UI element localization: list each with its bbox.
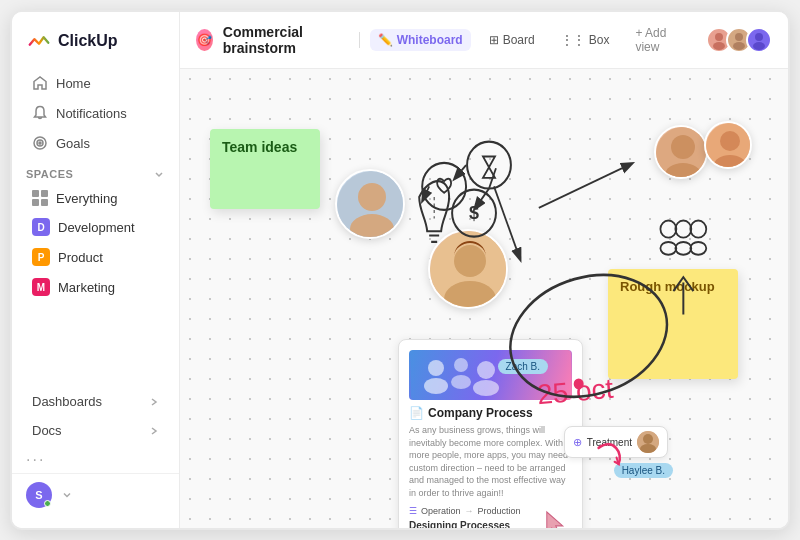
svg-point-35 (660, 221, 676, 238)
space-development-label: Development (58, 220, 135, 235)
svg-point-27 (473, 380, 499, 396)
doc-title: Company Process (428, 406, 533, 420)
chevron-right-icon2 (149, 426, 159, 436)
space-product-label: Product (58, 250, 103, 265)
haylee-avatar (637, 431, 659, 453)
nav-dashboards[interactable]: Dashboards (18, 387, 173, 416)
doc-subtitle: Designing Processes (409, 520, 572, 528)
marketing-dot: M (32, 278, 50, 296)
svg-point-23 (424, 378, 448, 394)
svg-point-6 (733, 42, 745, 50)
spaces-label: Spaces (26, 168, 73, 180)
docs-label: Docs (32, 423, 62, 438)
nav-goals[interactable]: Goals (18, 128, 173, 158)
zach-badge: Zach B. (498, 359, 548, 374)
tab-whiteboard[interactable]: ✏️ Whiteboard (370, 29, 471, 51)
space-marketing[interactable]: M Marketing (18, 272, 173, 302)
svg-point-7 (755, 33, 763, 41)
avatar-wrapper: S (26, 482, 52, 508)
svg-point-13 (720, 131, 740, 151)
tab-board[interactable]: ⊞ Board (481, 29, 543, 51)
app-name: ClickUp (58, 32, 118, 50)
grid-icon (32, 190, 48, 206)
treatment-label: Treatment (587, 437, 632, 448)
box-icon: ⋮⋮ (561, 33, 585, 47)
more-options[interactable]: ··· (18, 445, 173, 469)
main-header: 🎯 Commercial brainstorm ✏️ Whiteboard ⊞ … (180, 12, 788, 69)
doc-card[interactable]: 📄 Company Process As any business grows,… (398, 339, 583, 528)
svg-point-38 (660, 242, 676, 255)
person-photo-2 (704, 121, 752, 169)
date-annotation: 25 oct (535, 373, 614, 412)
chevron-down-icon2 (60, 488, 74, 502)
tab-box[interactable]: ⋮⋮ Box (553, 29, 618, 51)
treatment-badge[interactable]: ⊕ Treatment (564, 426, 668, 458)
space-everything[interactable]: Everything (18, 184, 173, 212)
whiteboard-canvas[interactable]: Team ideas Rough mockup (180, 69, 788, 528)
board-label: Board (503, 33, 535, 47)
nav-notifications-label: Notifications (56, 106, 127, 121)
avatar-3 (746, 27, 772, 53)
svg-point-5 (735, 33, 743, 41)
bell-icon (32, 105, 48, 121)
online-status-dot (44, 500, 51, 507)
board-icon: ⊞ (489, 33, 499, 47)
date-text: 25 oct (535, 373, 614, 411)
haylee-label: Haylee B. (622, 465, 665, 476)
space-everything-label: Everything (56, 191, 117, 206)
svg-point-40 (690, 242, 706, 255)
space-marketing-label: Marketing (58, 280, 115, 295)
svg-point-19 (358, 183, 386, 211)
box-label: Box (589, 33, 610, 47)
page-title: Commercial brainstorm (223, 24, 343, 56)
svg-point-10 (671, 135, 695, 159)
doc-card-row: ☰ Operation → Production (409, 506, 572, 516)
sticky-note-rough-mockup[interactable]: Rough mockup (608, 269, 738, 379)
nav-notifications[interactable]: Notifications (18, 98, 173, 128)
space-development[interactable]: D Development (18, 212, 173, 242)
user-area[interactable]: S (12, 473, 179, 516)
whiteboard-label: Whiteboard (397, 33, 463, 47)
svg-point-29 (643, 434, 653, 444)
person-photo-1 (654, 125, 708, 179)
person-photo-4 (335, 169, 405, 239)
target-icon (32, 135, 48, 151)
doc-card-text: As any business grows, things will inevi… (409, 424, 572, 500)
app-container: ClickUp Home Notifications Goals (10, 10, 790, 530)
sidebar: ClickUp Home Notifications Goals (12, 12, 180, 528)
haylee-badge: Haylee B. (614, 463, 673, 478)
svg-point-36 (675, 221, 691, 238)
svg-point-25 (451, 375, 471, 389)
rough-mockup-text: Rough mockup (620, 279, 715, 294)
dev-dot: D (32, 218, 50, 236)
svg-point-2 (39, 142, 41, 144)
avatar-group (706, 27, 772, 53)
svg-point-39 (675, 242, 691, 255)
svg-point-22 (428, 360, 444, 376)
add-view-label: + Add view (635, 26, 680, 54)
logo-area: ClickUp (12, 24, 179, 68)
sidebar-bottom: Dashboards Docs ··· (12, 387, 179, 469)
nav-goals-label: Goals (56, 136, 90, 151)
svg-point-32 (467, 142, 511, 189)
dashboards-label: Dashboards (32, 394, 102, 409)
svg-point-16 (454, 245, 486, 277)
svg-point-37 (690, 221, 706, 238)
clickup-logo-icon (26, 28, 52, 54)
person-photo-3 (428, 229, 508, 309)
team-ideas-text: Team ideas (222, 139, 297, 155)
svg-point-3 (715, 33, 723, 41)
space-product[interactable]: P Product (18, 242, 173, 272)
add-view-button[interactable]: + Add view (627, 22, 688, 58)
svg-point-8 (753, 42, 765, 50)
nav-home[interactable]: Home (18, 68, 173, 98)
svg-point-31 (422, 163, 466, 210)
sticky-note-team-ideas[interactable]: Team ideas (210, 129, 320, 209)
home-icon (32, 75, 48, 91)
whiteboard-icon: ✏️ (378, 33, 393, 47)
nav-docs[interactable]: Docs (18, 416, 173, 445)
user-initials: S (35, 489, 42, 501)
page-icon: 🎯 (196, 29, 213, 51)
spaces-header: Spaces (12, 158, 179, 184)
zach-label: Zach B. (506, 361, 540, 372)
